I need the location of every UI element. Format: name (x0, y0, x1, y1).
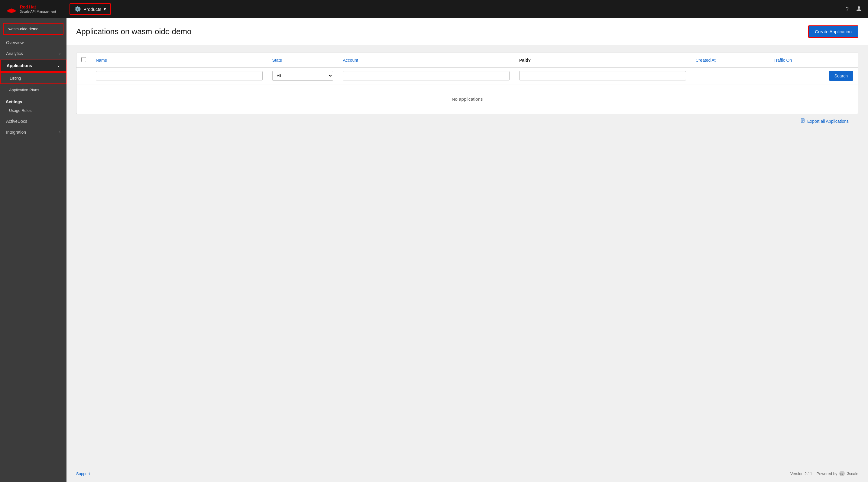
search-button[interactable]: Search (829, 71, 853, 81)
settings-section-title: Settings (0, 95, 66, 105)
sidebar-item-usage-rules-label: Usage Rules (9, 108, 31, 113)
redhat-logo-icon (6, 4, 17, 14)
sidebar-item-integration[interactable]: Integration › (0, 127, 66, 138)
main-layout: wasm-oidc-demo Overview Analytics › Appl… (0, 18, 868, 482)
user-menu-button[interactable] (856, 5, 862, 13)
products-label: Products (84, 7, 101, 12)
page-title: Applications on wasm-oidc-demo (76, 27, 192, 36)
help-button[interactable]: ? (846, 6, 849, 12)
svg-text:3s: 3s (840, 473, 843, 475)
filter-created-at-cell (691, 67, 769, 84)
export-icon (801, 118, 805, 124)
account-filter-input[interactable] (343, 71, 509, 81)
chevron-down-icon: ⌄ (57, 63, 60, 68)
filter-check-cell (76, 67, 91, 84)
sidebar-item-analytics-label: Analytics (6, 51, 23, 56)
svg-point-1 (9, 9, 14, 11)
content-area: Name State Account Paid? Created At Traf… (66, 46, 868, 465)
table-header-row: Name State Account Paid? Created At Traf… (76, 53, 858, 67)
filter-account-cell (338, 67, 515, 84)
sidebar-item-listing-label: Listing (10, 76, 21, 81)
state-filter-select[interactable]: All (272, 71, 333, 81)
export-row: Export all Applications (76, 114, 858, 128)
version-text: Version 2.11 – Powered by (790, 472, 837, 476)
sidebar-item-applications-label: Applications (7, 63, 32, 68)
sidebar-service-name[interactable]: wasm-oidc-demo (3, 23, 63, 35)
sidebar-item-listing[interactable]: Listing (0, 72, 66, 84)
sidebar: wasm-oidc-demo Overview Analytics › Appl… (0, 18, 66, 482)
sidebar-item-usage-rules[interactable]: Usage Rules (0, 105, 66, 116)
chevron-right-icon: › (59, 52, 60, 56)
filter-row: All Se (76, 67, 858, 84)
page-footer: Support Version 2.11 – Powered by 3s 3sc… (66, 465, 868, 482)
brand-name: Red Hat (20, 4, 56, 10)
sidebar-item-application-plans-label: Application Plans (9, 88, 39, 92)
no-applications-row: No applications (76, 84, 858, 114)
sidebar-item-integration-label: Integration (6, 130, 26, 134)
table-wrapper: Name State Account Paid? Created At Traf… (76, 53, 858, 114)
paid-column-header: Paid? (515, 53, 691, 67)
export-link-label: Export all Applications (807, 119, 849, 124)
sidebar-item-analytics[interactable]: Analytics › (0, 48, 66, 59)
page-header: Applications on wasm-oidc-demo Create Ap… (66, 18, 868, 46)
export-file-icon (801, 118, 805, 123)
create-application-button[interactable]: Create Application (808, 25, 858, 38)
applications-table: Name State Account Paid? Created At Traf… (76, 53, 858, 114)
sidebar-item-overview-label: Overview (6, 40, 24, 45)
name-filter-input[interactable] (96, 71, 262, 81)
filter-paid-cell (515, 67, 691, 84)
footer-right: Version 2.11 – Powered by 3s 3scale (790, 471, 858, 477)
chevron-right-icon-integration: › (59, 130, 60, 134)
name-column-header[interactable]: Name (91, 53, 268, 67)
sidebar-item-overview[interactable]: Overview (0, 37, 66, 48)
applications-table-card: Name State Account Paid? Created At Traf… (76, 53, 858, 114)
products-icon: ⚙️ (74, 6, 81, 12)
paid-filter-input[interactable] (519, 71, 686, 81)
export-all-applications-link[interactable]: Export all Applications (801, 118, 849, 124)
account-column-header[interactable]: Account (338, 53, 515, 67)
threescale-logo-icon: 3s (839, 471, 845, 477)
select-all-checkbox[interactable] (81, 57, 86, 62)
svg-point-2 (858, 6, 860, 9)
select-all-column (76, 53, 91, 67)
chevron-down-icon: ▾ (104, 6, 106, 12)
brand-text-area: Red Hat 3scale API Management (20, 4, 56, 13)
user-icon (856, 5, 862, 11)
sidebar-item-activedocs[interactable]: ActiveDocs (0, 116, 66, 127)
filter-name-cell (91, 67, 268, 84)
state-column-header[interactable]: State (268, 53, 338, 67)
nav-icons-area: ? (846, 5, 862, 13)
created-at-column-header[interactable]: Created At (691, 53, 769, 67)
no-applications-message: No applications (76, 84, 858, 114)
traffic-on-column-header[interactable]: Traffic On (769, 53, 858, 67)
top-navigation: Red Hat 3scale API Management ⚙️ Product… (0, 0, 868, 18)
products-menu-button[interactable]: ⚙️ Products ▾ (69, 3, 111, 15)
filter-search-cell: Search (769, 67, 858, 84)
brand-subtitle: 3scale API Management (20, 10, 56, 13)
support-link[interactable]: Support (76, 472, 90, 476)
sidebar-item-application-plans[interactable]: Application Plans (0, 85, 66, 95)
main-content: Applications on wasm-oidc-demo Create Ap… (66, 18, 868, 482)
brand-logo-area: Red Hat 3scale API Management (6, 4, 60, 14)
sidebar-item-activedocs-label: ActiveDocs (6, 119, 27, 124)
powered-by-label: 3scale (847, 472, 858, 476)
filter-state-cell: All (268, 67, 338, 84)
sidebar-item-applications[interactable]: Applications ⌄ (0, 60, 66, 72)
